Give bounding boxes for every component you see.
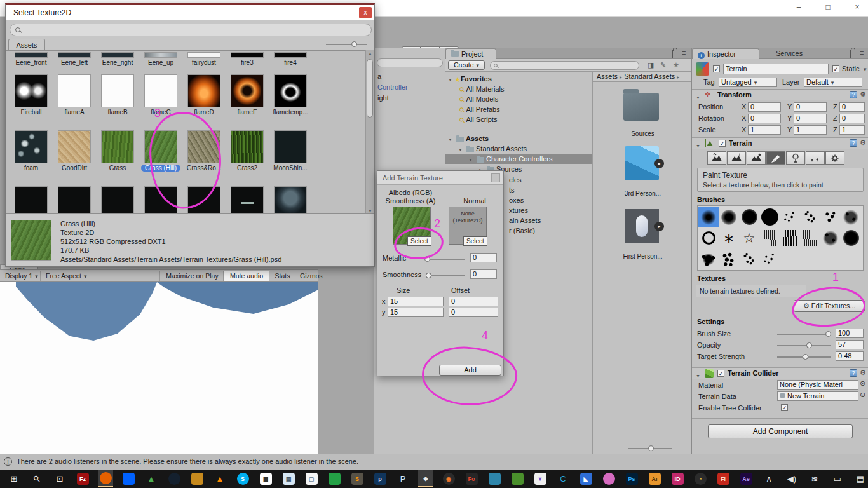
scale-y-field[interactable]: 1 (794, 125, 827, 135)
gear-icon[interactable] (860, 90, 866, 98)
after-effects-icon[interactable]: Ae (738, 470, 754, 487)
gameobject-name-field[interactable]: Terrain (723, 64, 829, 74)
asset-3rd-person-prefab[interactable] (625, 146, 659, 180)
tree-assets[interactable]: Assets (445, 133, 592, 144)
terrain-collider-header[interactable]: Terrain Collider (692, 367, 868, 379)
tree-favorites[interactable]: Favorites (445, 74, 592, 84)
battery-icon[interactable]: ▭ (830, 470, 845, 487)
texture-item[interactable]: Eerie_front (15, 52, 48, 66)
brush-item[interactable] (800, 227, 820, 248)
scale-z-field[interactable]: 1 (839, 125, 865, 135)
asset-first-person-prefab[interactable] (625, 209, 659, 243)
restore-icon[interactable] (818, 3, 837, 14)
indesign-icon[interactable]: ID (670, 470, 685, 487)
texture-item[interactable]: Grass2 (231, 130, 264, 172)
help-icon[interactable] (850, 139, 857, 147)
brush-item[interactable] (820, 227, 841, 248)
gear-icon[interactable] (860, 369, 866, 377)
tool-paint-texture[interactable] (766, 151, 785, 165)
texture-item[interactable] (15, 186, 48, 215)
search-by-type-icon[interactable]: ◨ (648, 61, 654, 69)
round-color-app-icon[interactable]: ◔ (693, 470, 708, 487)
tool-raise-lower-terrain[interactable] (707, 151, 726, 165)
terrain-enabled-checkbox[interactable] (719, 140, 726, 147)
scrollbar[interactable] (365, 50, 374, 215)
texture-item[interactable]: flameB (101, 74, 134, 116)
skype-icon[interactable]: S (235, 470, 250, 487)
brush-size-slider[interactable] (825, 331, 831, 337)
material-field[interactable]: None (Physic Materi (777, 380, 858, 390)
scale-x-field[interactable]: 1 (748, 125, 781, 135)
panel-menu-icon[interactable] (682, 49, 686, 57)
dialog-titlebar[interactable]: Add Terrain Texture (377, 171, 503, 185)
edit-textures-button[interactable]: Edit Textures... (794, 300, 865, 312)
texture-item[interactable]: flametemp... (274, 74, 307, 116)
favorites-star-icon[interactable]: ★ (673, 61, 679, 69)
tree-all-scripts[interactable]: All Scripts (445, 114, 592, 125)
object-picker-icon[interactable] (860, 379, 865, 388)
lock-icon[interactable] (672, 50, 673, 58)
illustrator-icon[interactable]: Ai (647, 470, 662, 487)
tool-paint-details[interactable] (806, 151, 825, 165)
select-texture-titlebar[interactable]: Select Texture2D x (6, 5, 374, 20)
position-z-field[interactable]: 0 (839, 102, 865, 112)
close-icon[interactable] (848, 3, 867, 14)
dropbox-icon[interactable] (121, 470, 136, 487)
hierarchy-search-input[interactable] (377, 58, 443, 67)
dialog-close-icon[interactable] (491, 173, 500, 182)
texture-item[interactable]: GoodDirt (58, 130, 91, 172)
wifi-icon[interactable]: ≋ (807, 470, 822, 487)
hierarchy-item[interactable]: Controller (377, 83, 408, 91)
tool-terrain-settings[interactable] (825, 151, 844, 165)
scrollbar-thumb[interactable] (367, 59, 373, 118)
firefox-icon[interactable] (98, 470, 113, 487)
start-icon[interactable]: ⊞ (6, 470, 22, 487)
add-button[interactable]: Add (439, 365, 501, 376)
tab-inspector[interactable]: Inspector (692, 48, 759, 59)
slider-thumb[interactable] (648, 445, 654, 451)
texture-item[interactable]: Grass (101, 130, 134, 172)
thumbnail-size-slider[interactable] (628, 445, 672, 451)
brush-item[interactable] (820, 207, 841, 227)
search-icon[interactable]: ⚲ (29, 470, 44, 487)
texture-item[interactable]: Grass&Ro... (187, 130, 220, 172)
brush-item[interactable] (841, 227, 861, 248)
texture-item[interactable] (144, 186, 177, 215)
texture-item[interactable]: Grass (Hill) (144, 130, 177, 172)
size-y-field[interactable]: 15 (388, 308, 444, 317)
orange-app-icon[interactable] (189, 470, 205, 487)
green-app-icon[interactable] (327, 470, 342, 487)
texture-item[interactable] (231, 186, 264, 215)
unity-icon[interactable]: ◈ (418, 470, 433, 487)
tree-standard-assets[interactable]: Standard Assets (445, 144, 592, 154)
enable-tree-collider-checkbox[interactable] (781, 404, 788, 411)
thumbnail-size-slider[interactable] (351, 41, 357, 47)
calculator-icon[interactable]: ▦ (258, 470, 273, 487)
mute-audio-button[interactable]: Mute audio (224, 271, 269, 281)
action-center-icon[interactable]: ▤ (853, 470, 868, 487)
blue-tri-app-icon[interactable]: ◣ (578, 470, 593, 487)
tree-all-prefabs[interactable]: All Prefabs (445, 104, 592, 114)
shield-app-icon[interactable]: ▼ (532, 470, 548, 487)
teal-app-icon[interactable] (487, 470, 502, 487)
fold-icon[interactable] (696, 371, 700, 379)
opacity-field[interactable]: 57 (836, 340, 864, 349)
target-strength-slider[interactable] (803, 354, 808, 360)
texture-item[interactable]: flameE (231, 74, 264, 116)
notepad-icon[interactable]: ▤ (281, 470, 296, 487)
rotation-z-field[interactable]: 0 (839, 114, 865, 123)
tab-project[interactable]: Project (445, 48, 496, 59)
fold-icon[interactable] (696, 93, 700, 100)
breadcrumb-assets[interactable]: Assets (597, 72, 618, 80)
tree-character-controllers[interactable]: Character Controllers (445, 154, 592, 164)
scroll-up-icon[interactable] (366, 50, 374, 58)
brush-item[interactable] (739, 207, 759, 227)
photoshop-icon[interactable]: Ps (624, 470, 639, 487)
tree-all-materials[interactable]: All Materials (445, 84, 592, 94)
texture-item[interactable]: flameD (187, 74, 220, 116)
help-icon[interactable] (850, 91, 857, 98)
tool-smooth-height[interactable] (747, 151, 766, 165)
p-dark-app-icon[interactable]: p (372, 470, 388, 487)
panel-menu-icon[interactable] (860, 49, 864, 57)
rotation-y-field[interactable]: 0 (794, 114, 827, 123)
